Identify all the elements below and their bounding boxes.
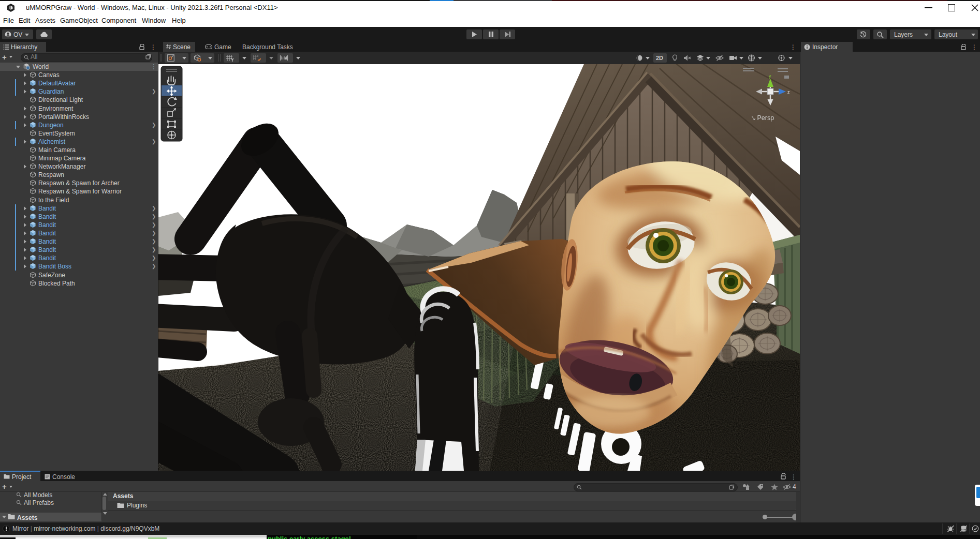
svg-text:⤥ Persp: ⤥ Persp bbox=[752, 114, 774, 122]
svg-text:z: z bbox=[787, 89, 790, 95]
svg-text:y: y bbox=[769, 73, 771, 79]
